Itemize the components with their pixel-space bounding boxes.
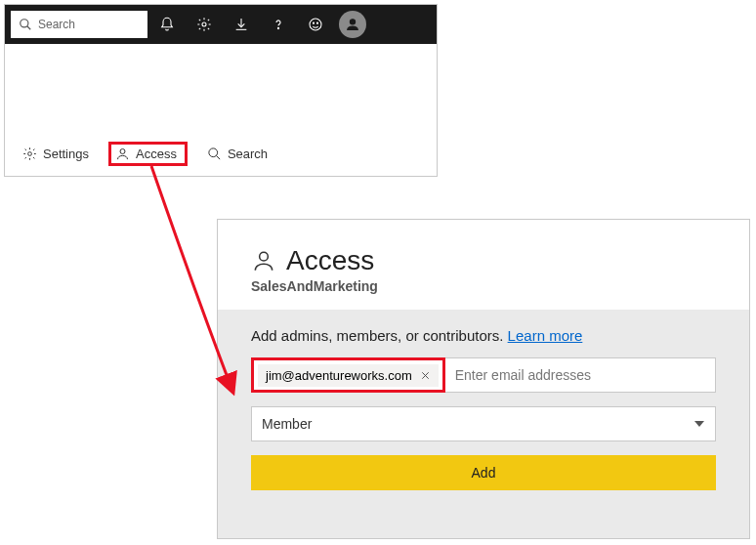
tab-access[interactable]: Access — [108, 142, 188, 166]
help-icon — [271, 17, 286, 32]
email-chip[interactable]: jim@adventureworks.com — [258, 364, 439, 387]
top-bar: Search — [5, 5, 437, 44]
svg-line-11 — [216, 155, 220, 159]
search-icon — [207, 147, 222, 161]
access-prompt: Add admins, members, or contributors. Le… — [251, 327, 716, 344]
tab-label: Access — [136, 147, 177, 161]
download-button[interactable] — [224, 5, 259, 44]
svg-point-4 — [310, 19, 321, 30]
svg-point-2 — [202, 22, 206, 26]
bell-icon — [159, 17, 175, 32]
avatar — [339, 11, 366, 38]
svg-point-8 — [28, 151, 32, 155]
access-body: Add admins, members, or contributors. Le… — [218, 310, 749, 538]
download-icon — [233, 17, 249, 32]
email-chip-text: jim@adventureworks.com — [266, 368, 412, 383]
role-select[interactable]: Member — [251, 406, 716, 441]
email-input-row: jim@adventureworks.com — [251, 357, 716, 393]
role-select-wrap: Member — [251, 406, 716, 441]
global-search-placeholder: Search — [38, 18, 75, 31]
account-button[interactable] — [335, 5, 370, 44]
workspace-name: SalesAndMarketing — [251, 278, 716, 294]
notifications-button[interactable] — [149, 5, 185, 44]
help-button[interactable] — [261, 5, 296, 44]
person-icon — [251, 248, 276, 273]
svg-point-3 — [277, 27, 278, 28]
tab-settings[interactable]: Settings — [17, 143, 95, 165]
svg-point-6 — [316, 22, 317, 23]
settings-button[interactable] — [187, 5, 222, 44]
access-title: Access — [286, 245, 374, 276]
access-title-row: Access — [251, 245, 716, 276]
search-icon — [19, 18, 32, 31]
close-icon[interactable] — [420, 370, 431, 381]
tab-row: Settings Access Search — [5, 131, 437, 176]
gear-icon — [22, 147, 37, 161]
smiley-icon — [308, 17, 323, 32]
add-button[interactable]: Add — [251, 455, 716, 490]
svg-line-1 — [27, 26, 31, 30]
svg-point-0 — [21, 20, 28, 27]
person-icon — [345, 17, 360, 32]
svg-point-12 — [260, 252, 269, 261]
gear-icon — [196, 17, 212, 32]
email-input[interactable] — [445, 358, 715, 392]
feedback-button[interactable] — [298, 5, 333, 44]
access-header: Access SalesAndMarketing — [218, 220, 749, 310]
svg-point-10 — [209, 147, 218, 156]
global-search-box[interactable]: Search — [11, 11, 147, 38]
learn-more-link[interactable]: Learn more — [508, 327, 583, 344]
top-toolbar-panel: Search Settings Access — [4, 4, 438, 177]
tab-search[interactable]: Search — [201, 143, 273, 165]
email-chip-highlight: jim@adventureworks.com — [251, 357, 445, 393]
svg-point-9 — [120, 148, 125, 153]
svg-point-7 — [350, 20, 355, 24]
prompt-text: Add admins, members, or contributors. — [251, 327, 508, 344]
tab-label: Search — [228, 147, 268, 161]
person-icon — [115, 147, 130, 161]
svg-point-5 — [313, 22, 314, 23]
tab-label: Settings — [43, 147, 89, 161]
access-panel: Access SalesAndMarketing Add admins, mem… — [217, 219, 750, 539]
